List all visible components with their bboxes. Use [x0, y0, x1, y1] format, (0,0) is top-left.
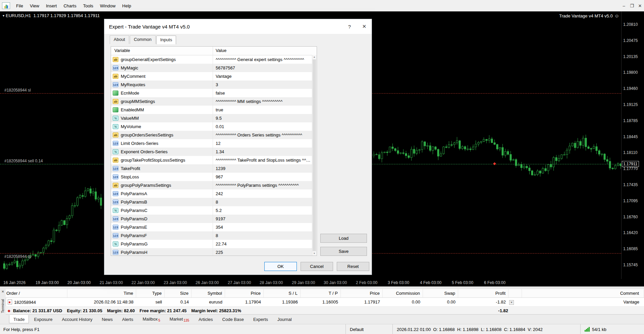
param-row[interactable]: 123PolyParamsA242: [111, 189, 317, 198]
param-value[interactable]: 1239: [213, 164, 312, 173]
tab-inputs[interactable]: Inputs: [156, 36, 176, 44]
terminal-header-order-[interactable]: Order /: [6, 289, 67, 297]
param-value[interactable]: 242: [213, 189, 312, 198]
variable-column-header[interactable]: Variable: [111, 47, 213, 55]
order-row[interactable]: 1820589442026.02.06 11:48:38sell0.14euru…: [6, 298, 644, 307]
terminal-header-t-p[interactable]: T / P: [301, 289, 341, 297]
table-scrollbar[interactable]: ▲ ▼: [312, 55, 317, 256]
chart-dropdown-icon[interactable]: ▾: [3, 14, 4, 17]
terminal-tab-code-base[interactable]: Code Base: [218, 316, 248, 323]
ok-button[interactable]: OK: [264, 262, 297, 271]
param-row[interactable]: abgroupGeneralExpertSettings^^^^^^^^^^ G…: [111, 55, 317, 64]
save-button[interactable]: Save: [320, 247, 367, 256]
param-row[interactable]: 123MyMagic56787567: [111, 64, 317, 72]
terminal-header-type[interactable]: Type: [136, 289, 165, 297]
param-row[interactable]: 123StopLoss967: [111, 173, 317, 181]
param-value[interactable]: Vantage: [213, 72, 312, 80]
terminal-tab-market[interactable]: Market135: [165, 315, 194, 324]
param-value[interactable]: 12: [213, 139, 312, 148]
terminal-header-price[interactable]: Price: [225, 289, 264, 297]
param-row[interactable]: ½PolyParamsC5.2: [111, 206, 317, 215]
terminal-tab-news[interactable]: News: [97, 316, 117, 323]
dialog-help-button[interactable]: ?: [342, 19, 357, 34]
param-value[interactable]: 0.01: [213, 122, 312, 131]
time-axis[interactable]: 16 Jan 202619 Jan 03:0020 Jan 03:0021 Ja…: [0, 279, 644, 286]
terminal-tab-alerts[interactable]: Alerts: [118, 316, 138, 323]
param-value[interactable]: 225: [213, 248, 312, 256]
tab-common[interactable]: Common: [130, 35, 156, 44]
load-button[interactable]: Load: [320, 234, 367, 243]
terminal-tab-journal[interactable]: Journal: [273, 316, 296, 323]
param-value[interactable]: ^^^^^^^^^^ TakeProfit and StopLoss setti…: [213, 156, 312, 164]
param-value[interactable]: true: [213, 106, 312, 114]
param-value[interactable]: 8: [213, 231, 312, 240]
param-row[interactable]: 123PolyParamsH225: [111, 248, 317, 256]
ea-smiley-icon[interactable]: ☺: [614, 13, 619, 18]
status-profile[interactable]: Default: [345, 324, 392, 334]
terminal-header-symbol[interactable]: Symbol: [192, 289, 225, 297]
cancel-button[interactable]: Cancel: [301, 262, 333, 271]
terminal-tab-articles[interactable]: Articles: [194, 316, 217, 323]
param-value[interactable]: ^^^^^^^^^^ Orders Series settings ^^^^^^…: [213, 131, 312, 139]
param-value[interactable]: ^^^^^^^^^^ MM settings ^^^^^^^^^^: [213, 97, 312, 106]
menu-window[interactable]: Window: [97, 0, 119, 11]
param-row[interactable]: abgroupOrdersSeriesSettings^^^^^^^^^^ Or…: [111, 131, 317, 139]
param-value[interactable]: 56787567: [213, 64, 312, 72]
param-value[interactable]: 354: [213, 223, 312, 231]
param-value[interactable]: 1.34: [213, 148, 312, 156]
scroll-up-icon[interactable]: ▲: [312, 55, 316, 59]
dialog-close-button[interactable]: ✕: [357, 19, 372, 34]
minimize-button[interactable]: –: [620, 0, 628, 11]
param-row[interactable]: 123PolyParamsD9197: [111, 215, 317, 223]
param-row[interactable]: ½ValueMM9.5: [111, 114, 317, 122]
value-column-header[interactable]: Value: [213, 47, 317, 55]
param-row[interactable]: EnabledMMtrue: [111, 106, 317, 114]
param-value[interactable]: 8: [213, 198, 312, 206]
param-row[interactable]: EcnModefalse: [111, 89, 317, 97]
terminal-tab-exposure[interactable]: Exposure: [30, 316, 57, 323]
menu-help[interactable]: Help: [119, 0, 135, 11]
menu-file[interactable]: File: [13, 0, 26, 11]
scrollbar-thumb[interactable]: [313, 59, 316, 251]
param-value[interactable]: 22.74: [213, 240, 312, 248]
param-value[interactable]: false: [213, 89, 312, 97]
dialog-titlebar[interactable]: Expert - Trade Vantage v4 MT4 v5.0 ? ✕: [104, 19, 372, 34]
param-row[interactable]: 123PolyParamsB8: [111, 198, 317, 206]
menu-insert[interactable]: Insert: [43, 0, 60, 11]
terminal-tab-mailbox[interactable]: Mailbox5: [138, 315, 164, 324]
param-value[interactable]: 9197: [213, 215, 312, 223]
terminal-header-time[interactable]: Time: [67, 289, 136, 297]
param-value[interactable]: ^^^^^^^^^^ PolyParams settings ^^^^^^^^^…: [213, 181, 312, 189]
param-row[interactable]: 123PolyParamsE354: [111, 223, 317, 231]
close-order-button[interactable]: ✕: [509, 300, 514, 305]
terminal-header-profit[interactable]: Profit: [458, 289, 508, 297]
terminal-header-s-l[interactable]: S / L: [264, 289, 301, 297]
terminal-tab-account-history[interactable]: Account History: [57, 316, 97, 323]
param-row[interactable]: 123MyRequotes3: [111, 80, 317, 89]
terminal-header-comment[interactable]: Comment: [522, 289, 644, 297]
param-row[interactable]: 123Limit Orders-Series12: [111, 139, 317, 148]
menu-view[interactable]: View: [26, 0, 43, 11]
menu-tools[interactable]: Tools: [80, 0, 97, 11]
close-button[interactable]: ✕: [636, 0, 644, 11]
param-value[interactable]: ^^^^^^^^^^ General expert settings ^^^^^…: [213, 55, 312, 64]
param-row[interactable]: ½Exponent Orders-Series1.34: [111, 148, 317, 156]
terminal-header-price[interactable]: Price: [341, 289, 383, 297]
param-row[interactable]: abgroupMMSettings^^^^^^^^^^ MM settings …: [111, 97, 317, 106]
terminal-tab-experts[interactable]: Experts: [249, 316, 272, 323]
terminal-header-size[interactable]: Size: [165, 289, 192, 297]
param-row[interactable]: 123PolyParamsF8: [111, 231, 317, 240]
tab-about[interactable]: About: [110, 35, 129, 44]
restore-button[interactable]: ❐: [628, 0, 636, 11]
terminal-header-swap[interactable]: Swap: [423, 289, 458, 297]
reset-button[interactable]: Reset: [337, 262, 369, 271]
terminal-close-icon[interactable]: ✕: [1, 289, 5, 294]
param-row[interactable]: abgroupTakeProfitStopLossSettings^^^^^^^…: [111, 156, 317, 164]
terminal-tab-trade[interactable]: Trade: [9, 315, 29, 323]
param-row[interactable]: abMyCommentVantage: [111, 72, 317, 80]
param-value[interactable]: 5.2: [213, 206, 312, 215]
param-row[interactable]: ½MyVolume0.01: [111, 122, 317, 131]
param-row[interactable]: 123TakeProfit1239: [111, 164, 317, 173]
terminal-header-commission[interactable]: Commission: [383, 289, 423, 297]
param-value[interactable]: 967: [213, 173, 312, 181]
